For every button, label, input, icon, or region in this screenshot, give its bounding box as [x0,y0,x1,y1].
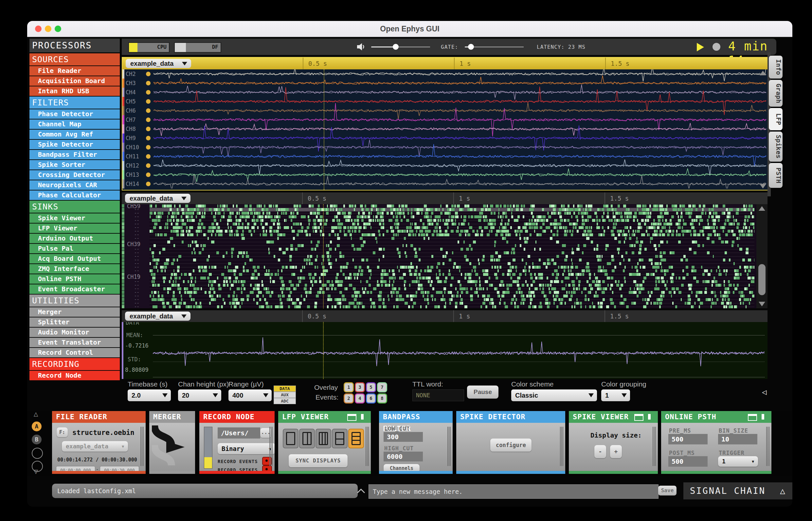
module-drag-handle[interactable] [269,427,273,466]
sidebar-item-zmq-interface[interactable]: ZMQ Interface [29,264,120,274]
sidebar-item-merger[interactable]: Merger [29,307,120,317]
layout-2col-button[interactable] [299,429,315,448]
gate-slider[interactable] [465,46,524,47]
module-file-reader[interactable]: FILE READER F: structure.oebin example_d… [52,411,145,474]
channel-event-dot[interactable] [146,81,151,85]
channel-event-dot[interactable] [146,127,151,131]
module-online-psth[interactable]: ONLINE PSTH PRE_MS 500 BIN_SIZE 10 POST_… [661,411,771,474]
message-input[interactable] [368,484,658,499]
sidebar-item-neuropixels-car[interactable]: Neuropixels CAR [29,180,120,190]
sidebar-item-record-control[interactable]: Record Control [29,348,120,357]
module-spike-detector[interactable]: SPIKE DETECTOR configure [456,411,565,474]
open-window-icon[interactable] [748,414,757,421]
sidebar-item-audio-monitor[interactable]: Audio Monitor [29,327,120,337]
sidebar-item-channel-map[interactable]: Channel Map [29,119,120,129]
trigger-dropdown[interactable]: 1▾ [718,456,758,467]
layout-1col-button[interactable] [283,429,298,448]
volume-slider-knob[interactable] [393,44,399,50]
section-sinks[interactable]: SINKS [29,201,120,213]
channel-event-dot[interactable] [146,182,151,186]
save-message-button[interactable]: Save [658,486,677,496]
tab-lfp[interactable]: LFP [769,108,783,130]
overlay-event-8[interactable]: 8 [377,393,387,404]
channel-event-dot[interactable] [146,99,151,104]
raster-area[interactable]: CH59 CH39 CH19 -------------------------… [122,204,767,308]
scroll-up-icon[interactable] [760,71,766,75]
color-grouping-select[interactable]: 1 [601,389,630,401]
sidebar-item-file-reader[interactable]: File Reader [29,66,120,75]
file-select-button[interactable]: F: [57,427,68,437]
sync-displays-button[interactable]: SYNC DISPLAYS [289,454,347,467]
chain-slot-b[interactable]: B [32,435,42,445]
sidebar-item-arduino-output[interactable]: Arduino Output [29,234,120,243]
module-title[interactable]: FILE READER [52,411,145,423]
record-path-field[interactable]: /Users/ [218,427,260,438]
sidebar-item-splitter[interactable]: Splitter [29,317,120,327]
timebase-select[interactable]: 2.0 [128,389,171,401]
record-button[interactable] [713,43,720,51]
channel-event-dot[interactable] [146,173,151,177]
sidebar-item-phase-detector[interactable]: Phase Detector [29,109,120,119]
channel-event-dot[interactable] [146,145,151,150]
volume-slider[interactable] [371,46,430,47]
module-drag-handle[interactable] [447,427,451,466]
channel-event-dot[interactable] [146,90,151,95]
overlay-event-6[interactable]: 6 [366,393,376,404]
module-drag-handle[interactable] [366,427,369,466]
sidebar-item-record-node[interactable]: Record Node [29,371,120,380]
open-window-icon[interactable] [634,414,644,421]
gate-slider-knob[interactable] [468,44,474,50]
sidebar-item-spike-sorter[interactable]: Spike Sorter [29,160,120,169]
module-bandpass-filter[interactable]: BANDPASS FILTER LOW_CUT 300 HIGH_CUT 600… [379,411,453,474]
sidebar-item-common-avg-ref[interactable]: Common Avg Ref [29,130,120,139]
channel-event-dot[interactable] [146,117,151,122]
layout-3row-button-selected[interactable] [348,429,364,448]
scroll-down-icon[interactable]: ▽ [34,467,38,476]
scroll-down-icon[interactable] [759,302,765,306]
aux-stream-button[interactable]: AUX [274,392,296,398]
sidebar-item-spike-detector[interactable]: Spike Detector [29,140,120,149]
pause-button[interactable]: Pause [467,386,498,399]
channel-event-dot[interactable] [146,108,151,113]
low-cut-field[interactable]: 300 [384,432,423,442]
channel-event-dot[interactable] [146,136,151,140]
open-window-icon[interactable] [347,414,356,421]
module-spike-viewer[interactable]: SPIKE VIEWER Display size: - + [569,411,658,474]
overlay-event-5[interactable]: 5 [366,382,376,392]
scroll-up-icon[interactable]: △ [34,410,38,418]
high-cut-field[interactable]: 6000 [384,452,423,461]
module-drag-handle[interactable] [560,427,563,466]
sidebar-item-acq-board-output[interactable]: Acq Board Output [29,254,120,264]
analog-trace-area[interactable]: DATA MEAN: -0.7216 STD: 8.80809 [122,322,767,379]
adc-stream-button[interactable]: ADC [274,398,296,404]
tab-info[interactable]: Info [769,55,783,78]
chain-slot-a[interactable]: A [32,422,42,431]
post-ms-field[interactable]: 500 [668,456,707,467]
open-tab-icon[interactable] [648,414,651,420]
collapse-controls-icon[interactable]: ◁ [762,387,767,397]
module-lfp-viewer[interactable]: LFP VIEWER SYNC DISPLAYS [278,411,371,474]
module-title[interactable]: BANDPASS FILTER [379,411,453,423]
sidebar-item-event-translator[interactable]: Event Translator [29,338,120,347]
analog-stream-selector[interactable]: example_data [125,312,190,321]
module-record-node[interactable]: RECORD NODE /Users/ ... Binary▾ RECORD E… [199,411,275,474]
channel-event-dot[interactable] [146,163,151,168]
data-stream-button[interactable]: DATA [274,386,296,392]
channel-event-dot[interactable] [146,72,151,76]
bin-size-field[interactable]: 10 [718,434,757,445]
module-title[interactable]: MERGER [149,411,195,423]
sidebar-item-acquisition-board[interactable]: Acquisition Board [29,76,120,86]
module-title[interactable]: RECORD NODE [199,411,275,423]
sidebar-item-event-broadcaster[interactable]: Event Broadcaster [29,285,120,294]
tab-graph[interactable]: Graph [769,80,783,107]
scrollbar-thumb[interactable] [758,264,766,295]
display-size-increase-button[interactable]: + [610,445,622,458]
chain-slot-empty[interactable] [32,448,43,459]
display-size-decrease-button[interactable]: - [594,445,606,458]
sidebar-item-crossing-detector[interactable]: Crossing Detector [29,170,120,180]
lfp-trace-area[interactable]: CH2CH3CH4CH5CH6CH7CH8CH9CH10CH11CH12CH13… [122,69,768,190]
play-button[interactable] [697,43,704,51]
sidebar-item-pulse-pal[interactable]: Pulse Pal [29,244,120,253]
sidebar-item-lfp-viewer[interactable]: LFP Viewer [29,224,120,233]
sidebar-item-online-psth[interactable]: Online PSTH [29,274,120,284]
